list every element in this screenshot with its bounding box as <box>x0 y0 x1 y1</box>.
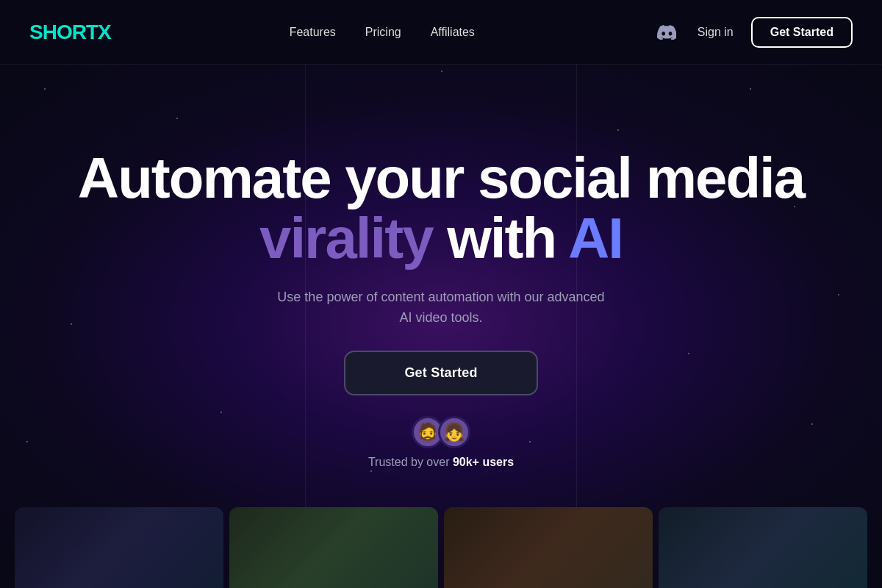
nav-right: Sign in Get Started <box>653 17 853 48</box>
thumbnail-2 <box>229 507 438 588</box>
logo[interactable]: SHORTX <box>29 21 111 44</box>
hero-title-line1: Automate your social media virality with… <box>78 148 804 269</box>
signin-link[interactable]: Sign in <box>698 26 734 39</box>
thumbnail-4 <box>659 507 867 588</box>
navigation: SHORTX Features Pricing Affiliates Sign … <box>0 0 882 65</box>
hero-virality: virality <box>259 206 432 270</box>
trust-count: 90k+ users <box>453 456 514 468</box>
thumbnail-3 <box>444 507 653 588</box>
trust-text: Trusted by over 90k+ users <box>368 456 514 469</box>
get-started-nav-button[interactable]: Get Started <box>751 17 853 48</box>
thumbnail-1 <box>15 507 223 588</box>
avatar-2: 👧 <box>438 416 470 448</box>
get-started-hero-button[interactable]: Get Started <box>344 351 537 395</box>
nav-links: Features Pricing Affiliates <box>290 26 475 39</box>
hero-subtitle: Use the power of content automation with… <box>272 287 610 329</box>
hero-with-text: with <box>447 206 556 270</box>
hero-content: Automate your social media virality with… <box>78 148 804 469</box>
trust-avatars: 🧔 👧 <box>412 416 470 448</box>
hero-section: Automate your social media virality with… <box>0 0 882 588</box>
thumbnails-row <box>0 507 882 588</box>
discord-icon[interactable] <box>653 19 680 46</box>
nav-link-pricing[interactable]: Pricing <box>365 26 401 39</box>
hero-ai: AI <box>568 206 623 270</box>
trust-section: 🧔 👧 Trusted by over 90k+ users <box>368 416 514 469</box>
nav-link-affiliates[interactable]: Affiliates <box>431 26 475 39</box>
nav-link-features[interactable]: Features <box>290 26 336 39</box>
